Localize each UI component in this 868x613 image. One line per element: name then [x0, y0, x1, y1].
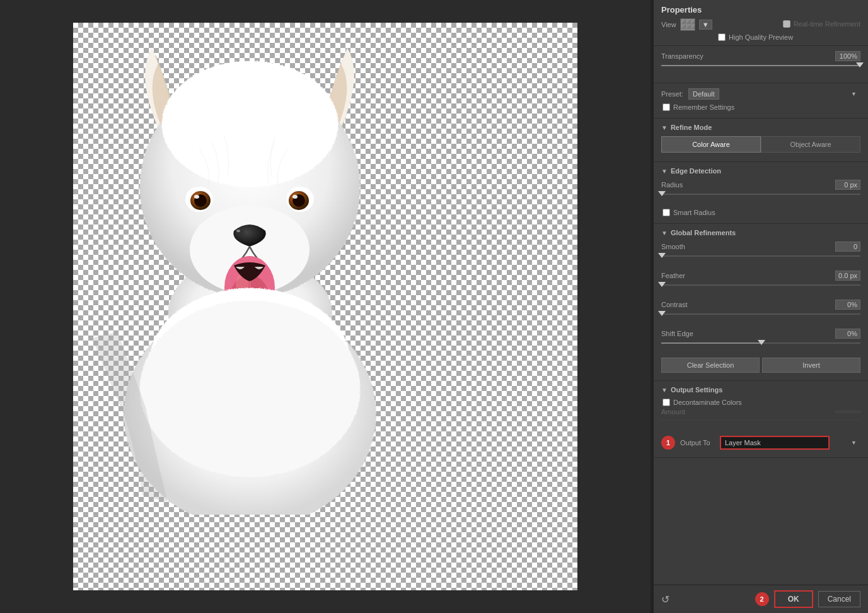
view-dropdown-btn[interactable]: ▼ — [699, 20, 712, 30]
decontaminate-row: Decontaminate Colors — [661, 399, 860, 406]
output-to-select-wrapper: Layer Mask Selection New Layer New Layer… — [720, 436, 860, 450]
refine-mode-arrow: ▼ — [661, 124, 668, 131]
shift-edge-label: Shift Edge — [661, 330, 693, 337]
refine-mode-buttons: Color Aware Object Aware — [661, 136, 860, 153]
canvas-area — [0, 0, 651, 613]
ok-btn[interactable]: OK — [774, 590, 813, 608]
amount-slider — [661, 419, 860, 428]
amount-label: Amount — [661, 408, 685, 416]
preset-select[interactable]: Default — [688, 88, 719, 100]
output-settings-arrow: ▼ — [661, 387, 668, 394]
refine-mode-title: Refine Mode — [671, 124, 712, 131]
radius-value: 0 px — [835, 180, 860, 190]
output-to-row: 1 Output To Layer Mask Selection New Lay… — [661, 436, 860, 450]
dog-silhouette — [73, 23, 577, 590]
preset-label: Preset: — [661, 90, 683, 98]
edge-detection-title: Edge Detection — [671, 167, 721, 175]
contrast-slider[interactable] — [661, 313, 860, 322]
smooth-row: Smooth 0 — [661, 242, 860, 264]
edge-detection-header[interactable]: ▼ Edge Detection — [661, 167, 860, 175]
transparency-label: Transparency — [661, 52, 703, 60]
realtime-checkbox[interactable] — [783, 20, 790, 28]
remember-label: Remember Settings — [673, 103, 734, 111]
realtime-label: Real-time Refinement — [794, 20, 860, 28]
feather-row: Feather 0.0 px — [661, 271, 860, 293]
contrast-value: 0% — [835, 300, 860, 310]
refine-mode-header[interactable]: ▼ Refine Mode — [661, 124, 860, 131]
properties-panel: Properties View ▼ Real-time Refinement H… — [654, 0, 868, 613]
radius-label: Radius — [661, 181, 683, 189]
amount-row: Amount — [661, 408, 860, 428]
shift-edge-value: 0% — [835, 329, 860, 339]
view-label: View — [661, 21, 676, 28]
smart-radius-label: Smart Radius — [673, 209, 715, 216]
highquality-row: High Quality Preview — [661, 33, 860, 41]
preset-section: Preset: Default Remember Settings — [654, 83, 868, 119]
global-refinements-arrow: ▼ — [661, 230, 668, 236]
transparency-row: Transparency 100% — [661, 51, 860, 61]
output-settings-header[interactable]: ▼ Output Settings — [661, 386, 860, 394]
step1-badge: 1 — [661, 436, 675, 450]
invert-btn[interactable]: Invert — [762, 358, 860, 373]
edge-detection-arrow: ▼ — [661, 168, 668, 175]
transparency-slider[interactable] — [661, 65, 860, 74]
step2-badge: 2 — [755, 592, 769, 606]
svg-point-14 — [236, 230, 240, 232]
svg-point-11 — [292, 195, 298, 199]
view-thumbnail[interactable] — [680, 18, 695, 31]
radius-slider[interactable] — [661, 194, 860, 202]
output-settings-section: ▼ Output Settings Decontaminate Colors A… — [654, 381, 868, 458]
canvas-checker — [73, 23, 577, 590]
undo-icon[interactable]: ↺ — [661, 593, 669, 605]
radius-row: Radius 0 px — [661, 180, 860, 202]
color-aware-btn[interactable]: Color Aware — [661, 136, 761, 153]
decontaminate-label: Decontaminate Colors — [673, 399, 742, 406]
action-buttons: Clear Selection Invert — [661, 358, 860, 373]
transparency-value: 100% — [835, 51, 860, 61]
panel-title: Properties — [661, 5, 860, 15]
feather-slider[interactable] — [661, 284, 860, 293]
smart-radius-row: Smart Radius — [661, 209, 860, 216]
panel-bottom-buttons: ↺ 2 OK Cancel — [654, 585, 868, 613]
global-refinements-header[interactable]: ▼ Global Refinements — [661, 229, 860, 236]
clear-selection-btn[interactable]: Clear Selection — [661, 358, 760, 373]
svg-point-7 — [194, 195, 199, 199]
feather-value: 0.0 px — [835, 271, 860, 281]
output-to-select[interactable]: Layer Mask Selection New Layer New Layer… — [720, 436, 830, 450]
transparency-section: Transparency 100% — [654, 46, 868, 83]
output-to-label: Output To — [680, 439, 715, 447]
smooth-label: Smooth — [661, 243, 685, 250]
smooth-slider[interactable] — [661, 255, 860, 264]
remember-row: Remember Settings — [661, 103, 860, 111]
view-row: View ▼ Real-time Refinement — [661, 18, 860, 31]
preset-select-wrapper: Default — [688, 88, 860, 100]
remember-checkbox[interactable] — [663, 103, 670, 111]
edge-detection-section: ▼ Edge Detection Radius 0 px Smart Radiu… — [654, 162, 868, 224]
svg-point-19 — [139, 300, 360, 477]
highquality-checkbox[interactable] — [718, 33, 726, 41]
preset-row: Preset: Default — [661, 88, 860, 100]
smooth-value: 0 — [835, 242, 860, 252]
refine-mode-section: ▼ Refine Mode Color Aware Object Aware — [654, 119, 868, 162]
shift-edge-row: Shift Edge 0% — [661, 329, 860, 351]
dog-image — [73, 23, 426, 515]
output-settings-title: Output Settings — [671, 386, 723, 394]
decontaminate-checkbox[interactable] — [663, 399, 670, 406]
svg-point-3 — [161, 61, 338, 187]
realtime-row: Real-time Refinement — [782, 20, 860, 28]
shift-edge-slider[interactable] — [661, 342, 860, 351]
scrollable-content: Transparency 100% Preset: Default — [654, 46, 868, 585]
global-refinements-title: Global Refinements — [671, 229, 736, 236]
object-aware-btn[interactable]: Object Aware — [761, 136, 860, 153]
highquality-label: High Quality Preview — [729, 33, 793, 41]
cancel-btn[interactable]: Cancel — [818, 591, 860, 607]
amount-value — [835, 411, 860, 413]
global-refinements-section: ▼ Global Refinements Smooth 0 — [654, 224, 868, 381]
smart-radius-checkbox[interactable] — [663, 209, 670, 216]
contrast-row: Contrast 0% — [661, 300, 860, 322]
contrast-label: Contrast — [661, 301, 688, 308]
panel-header: Properties View ▼ Real-time Refinement H… — [654, 0, 868, 46]
output-to-container: 1 Output To Layer Mask Selection New Lay… — [661, 436, 860, 450]
feather-label: Feather — [661, 272, 685, 279]
